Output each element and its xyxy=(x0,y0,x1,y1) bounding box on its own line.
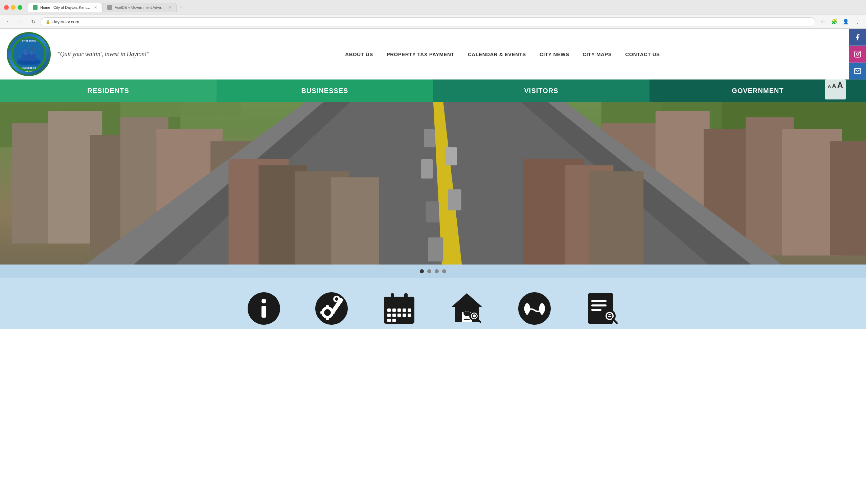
maximize-dot[interactable] xyxy=(18,5,22,10)
svg-rect-18 xyxy=(120,102,241,117)
browser-tab-active[interactable]: Home - City of Dayton, Kentu... ✕ xyxy=(28,3,102,12)
gear-wrench-icon xyxy=(314,292,348,325)
secondary-navigation: RESIDENTS BUSINESSES VISITORS GOVERNMENT xyxy=(0,79,866,102)
svg-text:KENTUCKY: KENTUCKY xyxy=(25,70,33,72)
accessibility-controls: A A A xyxy=(825,79,846,99)
reload-button[interactable]: ↻ xyxy=(29,17,38,26)
quick-link-utilities[interactable] xyxy=(501,288,568,329)
slider-dot-3[interactable] xyxy=(435,269,439,273)
document-search-icon xyxy=(585,292,619,325)
svg-rect-63 xyxy=(331,311,335,314)
info-icon xyxy=(247,292,281,325)
quick-link-documents[interactable] xyxy=(568,288,636,329)
lock-icon: 🔒 xyxy=(46,20,51,24)
nav-city-maps[interactable]: CITY MAPS xyxy=(576,41,618,67)
extension-icon[interactable]: 🧩 xyxy=(830,17,839,26)
svg-rect-80 xyxy=(392,318,396,322)
site-tagline: "Quit your waitin', invest in Dayton!" xyxy=(57,51,149,58)
email-button[interactable] xyxy=(849,63,866,79)
svg-rect-7 xyxy=(25,46,26,51)
svg-rect-67 xyxy=(391,293,394,301)
svg-text:CITY OF DAYTON: CITY OF DAYTON xyxy=(22,40,36,42)
menu-icon[interactable]: ⋮ xyxy=(853,17,862,26)
nav-residents[interactable]: RESIDENTS xyxy=(0,79,216,102)
svg-rect-49 xyxy=(448,189,461,210)
tab-close-2[interactable]: ✕ xyxy=(168,5,171,10)
site-header: CITY OF DAYTON ESTABLISHED 1849 KENTUCKY… xyxy=(0,29,866,79)
font-medium-button[interactable]: A xyxy=(832,83,836,90)
browser-nav-icons: ☆ 🧩 👤 ⋮ xyxy=(818,17,862,26)
svg-rect-61 xyxy=(326,317,329,320)
logo-area: CITY OF DAYTON ESTABLISHED 1849 KENTUCKY… xyxy=(0,29,156,79)
forward-button[interactable]: → xyxy=(16,17,26,26)
svg-rect-48 xyxy=(445,147,457,165)
svg-point-59 xyxy=(324,309,331,316)
quick-link-property-search[interactable] xyxy=(433,288,501,329)
quick-link-info[interactable] xyxy=(230,288,298,329)
nav-businesses[interactable]: BUSINESSES xyxy=(216,79,433,102)
svg-rect-79 xyxy=(387,318,391,322)
house-search-icon xyxy=(450,292,484,325)
nav-contact-us[interactable]: CONTACT US xyxy=(618,41,666,67)
close-dot[interactable] xyxy=(4,5,9,10)
hero-section xyxy=(0,102,866,265)
slider-dot-4[interactable] xyxy=(442,269,446,273)
svg-point-89 xyxy=(518,292,551,325)
facebook-icon xyxy=(854,33,861,41)
social-sidebar xyxy=(849,29,866,79)
browser-chrome: Home - City of Dayton, Kentu... ✕ AcelDE… xyxy=(0,0,866,29)
city-logo[interactable]: CITY OF DAYTON ESTABLISHED 1849 KENTUCKY xyxy=(7,32,51,76)
url-text: daytonky.com xyxy=(53,19,79,24)
svg-rect-77 xyxy=(402,314,406,317)
email-icon xyxy=(854,67,861,75)
account-icon[interactable]: 👤 xyxy=(841,17,851,26)
nav-city-news[interactable]: CITY NEWS xyxy=(533,41,576,67)
svg-text:ESTABLISHED 1849: ESTABLISHED 1849 xyxy=(22,67,36,69)
svg-rect-47 xyxy=(428,237,443,261)
logo-inner: CITY OF DAYTON ESTABLISHED 1849 KENTUCKY xyxy=(10,35,47,73)
quick-link-services[interactable] xyxy=(298,288,365,329)
svg-rect-12 xyxy=(855,51,861,57)
bookmark-icon[interactable]: ☆ xyxy=(818,17,828,26)
svg-rect-45 xyxy=(421,159,433,179)
browser-tab-inactive[interactable]: AcelDE « Government Advanta... ✕ xyxy=(102,3,177,12)
tab-title-1: Home - City of Dayton, Kentu... xyxy=(40,5,91,10)
minimize-dot[interactable] xyxy=(11,5,15,10)
font-small-button[interactable]: A xyxy=(828,84,831,89)
svg-rect-92 xyxy=(591,304,607,306)
water-icon xyxy=(518,292,552,325)
svg-rect-70 xyxy=(392,309,396,312)
svg-rect-62 xyxy=(320,311,324,314)
svg-point-88 xyxy=(465,311,469,316)
slider-dot-2[interactable] xyxy=(427,269,431,273)
facebook-button[interactable] xyxy=(849,29,866,46)
logo-svg: CITY OF DAYTON ESTABLISHED 1849 KENTUCKY xyxy=(10,35,47,73)
svg-point-14 xyxy=(859,52,859,53)
nav-property-tax[interactable]: PROPERTY TAX PAYMENT xyxy=(380,41,461,67)
font-large-button[interactable]: A xyxy=(837,80,843,90)
website: CITY OF DAYTON ESTABLISHED 1849 KENTUCKY… xyxy=(0,29,866,329)
new-tab-button[interactable]: + xyxy=(179,4,183,11)
slider-dot-1[interactable] xyxy=(420,269,424,273)
back-button[interactable]: ← xyxy=(4,17,13,26)
svg-rect-78 xyxy=(408,314,411,317)
svg-rect-40 xyxy=(331,177,379,265)
nav-visitors[interactable]: VISITORS xyxy=(433,79,650,102)
address-bar[interactable]: 🔒 daytonky.com xyxy=(41,17,815,26)
svg-rect-53 xyxy=(262,306,266,318)
nav-about-us[interactable]: ABOUT US xyxy=(338,41,379,67)
nav-calendar-events[interactable]: CALENDAR & EVENTS xyxy=(461,41,533,67)
tab-favicon xyxy=(33,5,37,10)
svg-rect-46 xyxy=(426,201,439,222)
svg-rect-76 xyxy=(398,314,401,317)
svg-rect-68 xyxy=(404,293,408,301)
svg-rect-69 xyxy=(387,309,391,312)
svg-rect-73 xyxy=(408,309,411,312)
quick-link-calendar[interactable] xyxy=(365,288,433,329)
hero-image xyxy=(0,102,866,265)
instagram-button[interactable] xyxy=(849,46,866,63)
tab-close-1[interactable]: ✕ xyxy=(94,5,97,10)
browser-nav-bar: ← → ↻ 🔒 daytonky.com ☆ 🧩 👤 ⋮ xyxy=(0,14,866,29)
svg-rect-75 xyxy=(392,314,396,317)
svg-point-13 xyxy=(856,53,858,55)
